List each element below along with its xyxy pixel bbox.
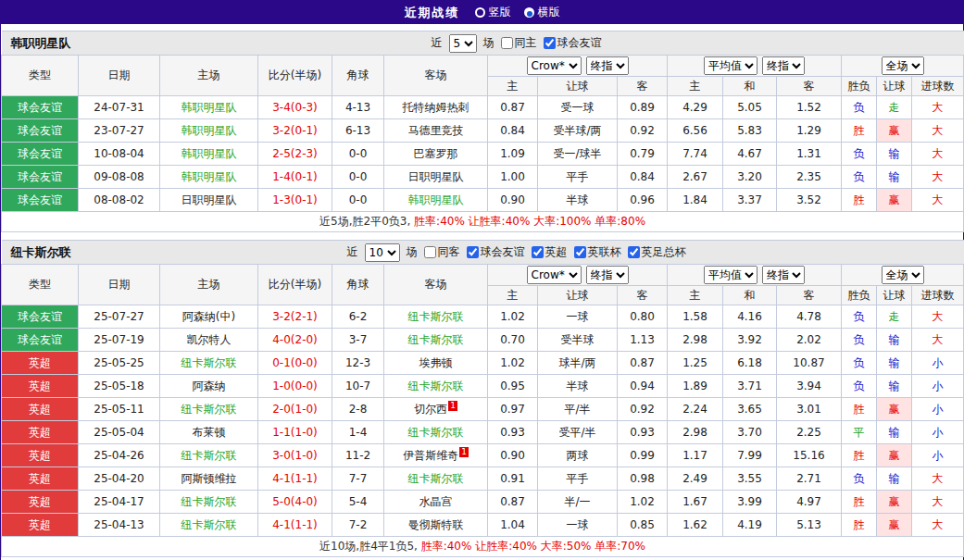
- subcol-header: 胜负: [842, 77, 877, 96]
- match-type: 英超: [2, 467, 79, 491]
- away-team[interactable]: 伊普斯维奇1: [384, 444, 488, 467]
- home-team[interactable]: 韩职明星队: [160, 96, 258, 119]
- home-team[interactable]: 阿森纳(中): [160, 305, 258, 329]
- league-filter-checkbox-input[interactable]: [467, 246, 479, 258]
- match-type: 球会友谊: [2, 96, 79, 119]
- match-score[interactable]: 5-0(4-0): [258, 491, 332, 514]
- league-filter-checkbox[interactable]: 球会友谊: [467, 244, 525, 260]
- col-header: 日期: [79, 265, 160, 305]
- league-filter-checkbox-input[interactable]: [532, 246, 544, 258]
- scope-select[interactable]: 全场: [882, 56, 924, 75]
- league-filter-checkbox-input[interactable]: [544, 37, 556, 49]
- match-score[interactable]: 2-5(2-3): [258, 143, 332, 166]
- home-team[interactable]: 纽卡斯尔联: [160, 444, 258, 467]
- odds-company-select[interactable]: Crow*: [527, 266, 582, 284]
- match-row: 英超25-04-17纽卡斯尔联5-0(4-0)5-4水晶宫0.87半/一1.02…: [2, 491, 964, 514]
- away-team[interactable]: 埃弗顿: [384, 352, 488, 375]
- odds-away: 0.89: [618, 96, 668, 119]
- same-venue-checkbox-input[interactable]: [501, 37, 513, 49]
- team-name[interactable]: 纽卡斯尔联: [4, 244, 71, 261]
- match-score[interactable]: 3-2(2-1): [258, 305, 332, 329]
- odds-home: 0.90: [488, 444, 538, 467]
- avg-type-select[interactable]: 平均值: [704, 56, 757, 75]
- layout-radio-horizontal[interactable]: 横版: [524, 5, 560, 20]
- league-filter-checkbox-input[interactable]: [574, 246, 586, 258]
- match-score[interactable]: 1-1(1-0): [258, 421, 332, 444]
- match-type: 球会友谊: [2, 305, 79, 329]
- match-count-select[interactable]: 10: [365, 243, 400, 262]
- match-score[interactable]: 0-1(0-0): [258, 352, 332, 375]
- same-venue-checkbox-input[interactable]: [424, 246, 436, 258]
- odds-away: 0.80: [618, 305, 668, 329]
- league-filter-checkbox-input[interactable]: [628, 246, 640, 258]
- team-name[interactable]: 韩职明星队: [4, 35, 71, 52]
- away-team[interactable]: 纽卡斯尔联: [384, 305, 488, 329]
- away-team[interactable]: 日职明星队: [384, 166, 488, 189]
- match-score[interactable]: 4-1(1-1): [258, 514, 332, 537]
- avg-stage-select[interactable]: 终指: [762, 56, 805, 75]
- home-team[interactable]: 韩职明星队: [160, 166, 258, 189]
- away-team[interactable]: 曼彻斯特联: [384, 514, 488, 537]
- same-venue-checkbox[interactable]: 同主: [501, 35, 537, 51]
- layout-radio-vertical[interactable]: 竖版: [475, 5, 511, 20]
- match-count-select[interactable]: 5: [449, 34, 477, 53]
- odds-away: 0.96: [618, 189, 668, 212]
- home-team[interactable]: 阿斯顿维拉: [160, 467, 258, 491]
- home-team[interactable]: 日职明星队: [160, 189, 258, 212]
- match-score[interactable]: 1-0(0-0): [258, 375, 332, 398]
- odds-stage-select[interactable]: 终指: [586, 266, 629, 284]
- match-score[interactable]: 4-0(2-0): [258, 329, 332, 352]
- home-team[interactable]: 韩职明星队: [160, 143, 258, 166]
- same-venue-checkbox[interactable]: 同客: [424, 244, 460, 260]
- home-team[interactable]: 纽卡斯尔联: [160, 514, 258, 537]
- games-label: 场: [407, 244, 418, 260]
- away-team[interactable]: 纽卡斯尔联: [384, 467, 488, 491]
- match-score[interactable]: 3-0(1-0): [258, 444, 332, 467]
- away-team[interactable]: 切尔西1: [384, 398, 488, 421]
- away-team[interactable]: 纽卡斯尔联: [384, 375, 488, 398]
- match-score[interactable]: 3-2(0-1): [258, 119, 332, 143]
- league-filter-checkbox[interactable]: 英联杯: [574, 244, 621, 260]
- home-team[interactable]: 纽卡斯尔联: [160, 398, 258, 421]
- avg-draw: 5.05: [723, 96, 777, 119]
- odds-stage-select[interactable]: 终指: [586, 56, 629, 75]
- home-team[interactable]: 阿森纳: [160, 375, 258, 398]
- col-header: 客场: [384, 265, 488, 305]
- home-team[interactable]: 布莱顿: [160, 421, 258, 444]
- home-team[interactable]: 韩职明星队: [160, 119, 258, 143]
- home-team[interactable]: 凯尔特人: [160, 329, 258, 352]
- away-team[interactable]: 韩职明星队: [384, 189, 488, 212]
- corner-score: 11-2: [332, 444, 384, 467]
- league-filter-checkbox[interactable]: 球会友谊: [544, 35, 602, 51]
- odds-company-select[interactable]: Crow*: [527, 56, 582, 75]
- avg-type-select[interactable]: 平均值: [704, 266, 757, 284]
- match-score[interactable]: 1-3(0-1): [258, 189, 332, 212]
- away-team[interactable]: 马德里竞技: [384, 119, 488, 143]
- col-header: 比分(半场): [258, 265, 332, 305]
- away-team[interactable]: 巴塞罗那: [384, 143, 488, 166]
- result-handicap: 走: [877, 96, 912, 119]
- match-score[interactable]: 3-4(0-3): [258, 96, 332, 119]
- match-score[interactable]: 1-4(0-1): [258, 166, 332, 189]
- match-score[interactable]: 2-0(1-0): [258, 398, 332, 421]
- avg-stage-select[interactable]: 终指: [762, 266, 805, 284]
- match-row: 球会友谊24-07-31韩职明星队3-4(0-3)4-13托特纳姆热刺0.87受…: [2, 96, 964, 119]
- match-type: 球会友谊: [2, 189, 79, 212]
- odds-away: 0.98: [618, 467, 668, 491]
- match-row: 球会友谊10-08-04韩职明星队2-5(2-3)0-0巴塞罗那1.09受一/球…: [2, 143, 964, 166]
- subcol-header: 客: [777, 286, 842, 305]
- avg-away: 3.94: [777, 375, 842, 398]
- away-team[interactable]: 水晶宫: [384, 491, 488, 514]
- home-team[interactable]: 纽卡斯尔联: [160, 352, 258, 375]
- league-filter-checkbox[interactable]: 英足总杯: [628, 244, 686, 260]
- match-score[interactable]: 4-1(1-1): [258, 467, 332, 491]
- league-filter-checkbox[interactable]: 英超: [532, 244, 568, 260]
- scope-select[interactable]: 全场: [882, 266, 924, 284]
- avg-away: 1.52: [777, 96, 842, 119]
- away-team[interactable]: 纽卡斯尔联: [384, 421, 488, 444]
- home-team[interactable]: 纽卡斯尔联: [160, 491, 258, 514]
- scope-header: 全场: [842, 265, 964, 286]
- away-team[interactable]: 纽卡斯尔联: [384, 329, 488, 352]
- odds-handicap: 两球: [538, 444, 618, 467]
- away-team[interactable]: 托特纳姆热刺: [384, 96, 488, 119]
